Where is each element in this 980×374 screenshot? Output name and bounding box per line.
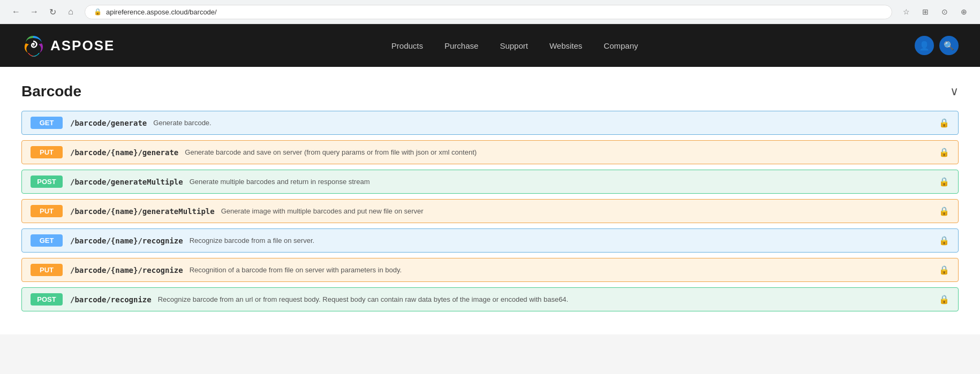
browser-chrome: ← → ↻ ⌂ 🔒 apireference.aspose.cloud/barc… <box>0 0 980 24</box>
endpoint-row[interactable]: PUT/barcode/{name}/generateMultipleGener… <box>21 199 959 223</box>
endpoint-path: /barcode/{name}/generate <box>70 148 178 157</box>
nav-actions: 👤 🔍 <box>915 36 959 55</box>
endpoint-lock-icon: 🔒 <box>939 235 949 246</box>
endpoint-description: Generate image with multiple barcodes an… <box>221 207 939 215</box>
navbar: ASPOSE Products Purchase Support Website… <box>0 24 980 67</box>
endpoint-row[interactable]: PUT/barcode/{name}/recognizeRecognition … <box>21 258 959 282</box>
main-content: Barcode ∨ GET/barcode/generateGenerate b… <box>0 67 980 334</box>
endpoint-path: /barcode/{name}/recognize <box>70 236 183 245</box>
method-badge-get-0: GET <box>31 117 63 129</box>
ext2-button[interactable]: ⊙ <box>937 4 952 19</box>
address-bar[interactable]: 🔒 apireference.aspose.cloud/barcode/ <box>85 5 892 19</box>
endpoint-lock-icon: 🔒 <box>939 265 949 275</box>
endpoint-description: Recognize barcode from an url or from re… <box>158 295 939 303</box>
endpoint-row[interactable]: POST/barcode/recognizeRecognize barcode … <box>21 287 959 311</box>
logo-text: ASPOSE <box>50 37 115 54</box>
endpoint-path: /barcode/recognize <box>70 295 152 304</box>
endpoint-path: /barcode/{name}/recognize <box>70 266 183 274</box>
endpoint-description: Recognition of a barcode from file on se… <box>190 266 939 274</box>
endpoint-description: Generate barcode and save on server (fro… <box>185 148 939 156</box>
endpoint-row[interactable]: POST/barcode/generateMultipleGenerate mu… <box>21 170 959 194</box>
nav-company[interactable]: Company <box>604 41 638 50</box>
logo-area: ASPOSE <box>21 34 115 57</box>
nav-websites[interactable]: Websites <box>549 41 582 50</box>
endpoint-path: /barcode/generateMultiple <box>70 178 183 186</box>
endpoint-row[interactable]: PUT/barcode/{name}/generateGenerate barc… <box>21 140 959 164</box>
endpoint-lock-icon: 🔒 <box>939 206 949 216</box>
endpoint-lock-icon: 🔒 <box>939 294 949 304</box>
star-button[interactable]: ☆ <box>899 4 914 19</box>
endpoint-description: Generate barcode. <box>153 119 939 127</box>
chevron-down-icon[interactable]: ∨ <box>950 85 959 98</box>
ext3-button[interactable]: ⊕ <box>956 4 971 19</box>
nav-support[interactable]: Support <box>500 41 528 50</box>
logo-icon <box>21 34 45 57</box>
endpoint-lock-icon: 🔒 <box>939 147 949 157</box>
method-badge-post-2: POST <box>31 175 63 188</box>
method-badge-put-5: PUT <box>31 264 63 276</box>
nav-links: Products Purchase Support Websites Compa… <box>391 41 638 50</box>
endpoint-path: /barcode/generate <box>70 119 147 127</box>
method-badge-get-4: GET <box>31 234 63 247</box>
method-badge-put-3: PUT <box>31 205 63 217</box>
nav-purchase[interactable]: Purchase <box>444 41 478 50</box>
browser-nav-buttons: ← → ↻ ⌂ <box>9 4 78 19</box>
back-button[interactable]: ← <box>9 4 24 19</box>
method-badge-post-6: POST <box>31 293 63 306</box>
section-title: Barcode <box>21 83 81 100</box>
url-text: apireference.aspose.cloud/barcode/ <box>106 8 217 16</box>
home-button[interactable]: ⌂ <box>63 4 78 19</box>
method-badge-put-1: PUT <box>31 146 63 158</box>
nav-products[interactable]: Products <box>391 41 423 50</box>
forward-button[interactable]: → <box>27 4 42 19</box>
search-button[interactable]: 🔍 <box>939 36 959 55</box>
ext1-button[interactable]: ⊞ <box>918 4 933 19</box>
endpoint-description: Generate multiple barcodes and return in… <box>190 178 939 186</box>
endpoint-path: /barcode/{name}/generateMultiple <box>70 207 215 216</box>
lock-icon: 🔒 <box>94 8 102 16</box>
endpoint-row[interactable]: GET/barcode/generateGenerate barcode.🔒 <box>21 111 959 135</box>
endpoint-lock-icon: 🔒 <box>939 177 949 187</box>
section-header: Barcode ∨ <box>21 83 959 100</box>
endpoint-row[interactable]: GET/barcode/{name}/recognizeRecognize ba… <box>21 228 959 253</box>
endpoint-description: Recognize barcode from a file on server. <box>190 236 939 245</box>
browser-actions: ☆ ⊞ ⊙ ⊕ <box>899 4 971 19</box>
endpoint-list: GET/barcode/generateGenerate barcode.🔒PU… <box>21 111 959 311</box>
user-button[interactable]: 👤 <box>915 36 934 55</box>
endpoint-lock-icon: 🔒 <box>939 118 949 128</box>
reload-button[interactable]: ↻ <box>45 4 60 19</box>
